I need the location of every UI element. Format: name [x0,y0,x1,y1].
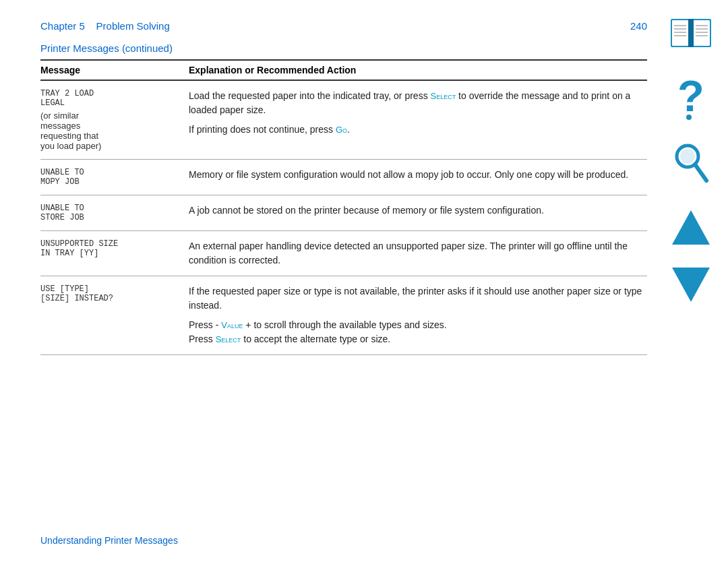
explanation-cell: Load the requested paper into the indica… [189,89,647,151]
svg-marker-18 [672,210,710,245]
svg-rect-4 [694,20,710,46]
explanation-line: If the requested paper size or type is n… [189,284,647,313]
message-note: (or similarmessagesrequesting thatyou lo… [40,111,175,151]
message-text: TRAY 2 LOADLEGAL [40,89,175,108]
message-text: UNSUPPORTED SIZEIN TRAY [YY] [40,239,175,258]
page-content: Chapter 5 Problem Solving 240 Printer Me… [40,20,647,355]
svg-line-16 [695,164,706,181]
book-icon[interactable] [667,13,715,54]
select-keyword-2: Select [216,334,241,344]
arrow-down-icon[interactable] [671,266,711,303]
chapter-section: Problem Solving [96,20,170,32]
message-text: UNABLE TOMOPY JOB [40,168,175,187]
table-row: UNABLE TOMOPY JOB Memory or file system … [40,160,647,195]
explanation-line: An external paper handling device detect… [189,239,647,268]
svg-point-17 [680,149,695,164]
go-keyword: Go [336,125,347,135]
explanation-cell: A job cannot be stored on the printer be… [189,204,647,222]
chapter-number: Chapter 5 [40,20,85,32]
explanation-line: Load the requested paper into the indica… [189,89,647,117]
explanation-cell: If the requested paper size or type is n… [189,284,647,346]
table-header: Message Explanation or Recommended Actio… [40,59,647,81]
message-column-header: Message [40,65,189,75]
message-cell: TRAY 2 LOADLEGAL (or similarmessagesrequ… [40,89,189,151]
explanation-cell: Memory or file system configuration woul… [189,168,647,187]
table-row: UNABLE TOSTORE JOB A job cannot be store… [40,195,647,231]
footer-link[interactable]: Understanding Printer Messages [40,535,178,546]
arrow-up-icon[interactable] [671,209,711,246]
select-keyword: Select [431,91,456,101]
message-cell: UNSUPPORTED SIZEIN TRAY [YY] [40,239,189,268]
message-cell: UNABLE TOMOPY JOB [40,168,189,187]
message-text: UNABLE TOSTORE JOB [40,204,175,222]
chapter-title: Chapter 5 Problem Solving [40,20,170,32]
header-row: Chapter 5 Problem Solving 240 [40,20,647,32]
message-cell: UNABLE TOSTORE JOB [40,204,189,222]
table-row: TRAY 2 LOADLEGAL (or similarmessagesrequ… [40,81,647,160]
message-text: USE [TYPE][SIZE] INSTEAD? [40,284,175,303]
svg-rect-3 [672,20,688,46]
explanation-line: Memory or file system configuration woul… [189,168,647,182]
explanation-line-2: Press - Value + to scroll through the av… [189,318,647,346]
message-cell: USE [TYPE][SIZE] INSTEAD? [40,284,189,346]
page-number: 240 [630,20,647,32]
magnifier-icon[interactable] [673,142,710,189]
table-row: UNSUPPORTED SIZEIN TRAY [YY] An external… [40,231,647,276]
question-icon[interactable]: ? [674,74,708,121]
svg-rect-2 [688,19,694,47]
explanation-line-2: If printing does not continue, press Go. [189,123,647,137]
section-title: Printer Messages (continued) [40,42,647,54]
main-table: Message Explanation or Recommended Actio… [40,59,647,355]
explanation-line: A job cannot be stored on the printer be… [189,204,647,218]
svg-marker-19 [672,268,710,302]
sidebar-icons: ? [667,13,715,303]
svg-point-14 [686,115,692,120]
explanation-cell: An external paper handling device detect… [189,239,647,268]
table-row: USE [TYPE][SIZE] INSTEAD? If the request… [40,276,647,355]
explanation-column-header: Explanation or Recommended Action [189,65,647,75]
value-keyword: Value [221,320,243,330]
svg-text:?: ? [677,74,704,121]
